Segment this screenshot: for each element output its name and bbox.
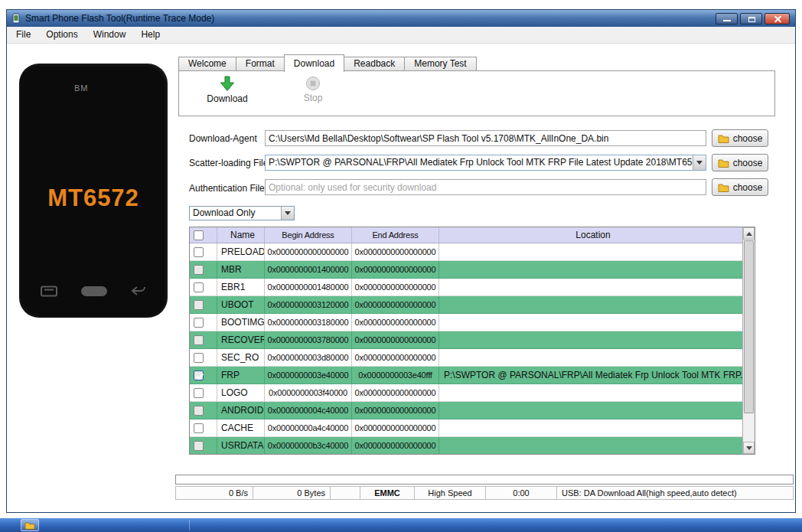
folder-icon [718,134,729,143]
row-checkbox[interactable] [194,388,204,398]
end-address-cell: 0x0000000000000000 [352,384,439,401]
table-row[interactable]: UBOOT 0x0000000003120000 0x0000000000000… [190,296,742,314]
row-checkbox-cell [190,314,217,331]
location-cell [439,331,742,348]
table-row[interactable]: SEC_RO 0x0000000003d80000 0x000000000000… [190,349,742,367]
header-end-address[interactable]: End Address [352,227,439,243]
menu-window[interactable]: Window [86,27,134,43]
row-checkbox[interactable] [194,353,204,363]
end-address-cell: 0x0000000000000000 [352,402,439,419]
row-checkbox[interactable] [194,335,204,345]
mode-dropdown-arrow-icon[interactable] [281,207,294,220]
menu-options[interactable]: Options [38,27,85,43]
begin-address-cell: 0x0000000003780000 [265,331,352,348]
tab-memory-test[interactable]: Memory Test [404,57,476,70]
location-cell [439,243,742,260]
scatter-dropdown-arrow-icon[interactable] [693,155,706,170]
location-cell [439,437,742,454]
table-row[interactable]: RECOVERY 0x0000000003780000 0x0000000000… [190,331,742,349]
table-row[interactable]: CACHE 0x00000000a4c40000 0x0000000000000… [190,419,742,437]
row-checkbox-cell [190,243,217,260]
partition-name-cell: LOGO [217,384,265,401]
scroll-down-button[interactable] [743,442,755,454]
header-checkbox-cell [190,227,217,243]
end-address-cell: 0x0000000000000000 [352,314,439,331]
begin-address-cell: 0x0000000001400000 [265,261,352,278]
row-checkbox[interactable] [194,318,204,328]
row-checkbox-cell [190,384,217,401]
download-agent-input[interactable] [265,130,706,146]
download-button[interactable]: Download [197,76,257,104]
table-row[interactable]: MBR 0x0000000001400000 0x000000000000000… [190,261,742,279]
end-address-cell: 0x0000000000000000 [352,437,439,454]
begin-address-cell: 0x00000000b3c40000 [265,437,352,454]
choose-button-label: choose [733,158,763,168]
table-row[interactable]: LOGO 0x0000000003f40000 0x00000000000000… [190,384,742,402]
row-checkbox[interactable] [194,265,204,275]
begin-address-cell: 0x0000000003f40000 [265,384,352,401]
header-name[interactable]: Name [217,227,265,243]
location-cell [439,384,742,401]
table-row[interactable]: USRDATA 0x00000000b3c40000 0x00000000000… [190,437,742,455]
row-checkbox[interactable] [194,247,204,257]
close-button[interactable] [765,13,790,24]
tab-download[interactable]: Download [284,54,344,72]
table-header-row: Name Begin Address End Address Location [190,227,742,243]
download-agent-choose-button[interactable]: choose [712,129,768,147]
begin-address-cell: 0x0000000001480000 [265,279,352,295]
auth-file-input[interactable] [265,179,706,195]
stop-button[interactable]: Stop [283,76,343,103]
phone-home-button [81,286,107,296]
row-checkbox[interactable] [194,406,204,416]
row-checkbox[interactable] [194,300,204,310]
partition-name-cell: SEC_RO [217,349,265,366]
scatter-file-combobox[interactable]: P:\SWPTOR @ PARSONAL\FRP\All Mediatek Fr… [265,155,706,171]
auth-file-choose-button[interactable]: choose [712,178,768,196]
location-cell [439,279,742,295]
table-row[interactable]: PRELOADER 0x0000000000000000 0x000000000… [190,243,742,261]
status-usb-speed: High Speed [414,486,486,500]
tab-welcome[interactable]: Welcome [178,57,236,70]
stop-button-label: Stop [283,93,343,103]
select-all-checkbox[interactable] [194,230,204,240]
location-cell [439,349,742,366]
end-address-cell: 0x0000000000000000 [352,349,439,366]
table-row[interactable]: BOOTIMG 0x0000000003180000 0x00000000000… [190,314,742,331]
scatter-file-choose-button[interactable]: choose [712,154,768,171]
partition-name-cell: BOOTIMG [217,314,265,331]
header-location[interactable]: Location [439,227,742,243]
tab-format[interactable]: Format [236,57,285,70]
maximize-button[interactable] [740,13,762,24]
minimize-button[interactable] [716,13,738,24]
partition-name-cell: FRP [217,367,265,383]
row-checkbox[interactable] [194,423,204,433]
status-speed: 0 B/s [175,486,253,500]
row-checkbox[interactable] [194,370,204,380]
end-address-cell: 0x0000000000000000 [352,296,439,313]
header-begin-address[interactable]: Begin Address [265,227,352,243]
scrollbar-thumb[interactable] [744,240,754,413]
partition-name-cell: UBOOT [217,296,265,313]
partition-name-cell: CACHE [217,419,265,436]
begin-address-cell: 0x0000000003180000 [265,314,352,331]
row-checkbox-cell [190,437,217,454]
taskbar[interactable] [0,518,802,532]
table-row[interactable]: FRP 0x0000000003e40000 0x0000000003e40ff… [190,367,742,384]
table-row[interactable]: ANDROID 0x0000000004c40000 0x00000000000… [190,402,742,419]
status-bytes: 0 Bytes [253,486,331,500]
download-mode-select[interactable]: Download Only [189,206,295,220]
table-scrollbar[interactable] [742,227,755,454]
table-row[interactable]: EBR1 0x0000000001480000 0x00000000000000… [190,279,742,296]
menu-file[interactable]: File [8,27,38,43]
titlebar: Smart Phone Flash Tool(Runtime Trace Mod… [7,10,795,27]
row-checkbox-cell [190,279,217,295]
tab-readback[interactable]: Readback [344,57,405,70]
scroll-up-button[interactable] [743,227,755,240]
tab-bar: Welcome Format Download Readback Memory … [178,54,476,71]
row-checkbox[interactable] [194,282,204,292]
row-checkbox[interactable] [194,441,204,451]
end-address-cell: 0x0000000003e40fff [352,367,439,383]
download-agent-label: Download-Agent [189,133,257,144]
taskbar-app-icon[interactable] [21,519,39,531]
menu-help[interactable]: Help [133,27,168,43]
